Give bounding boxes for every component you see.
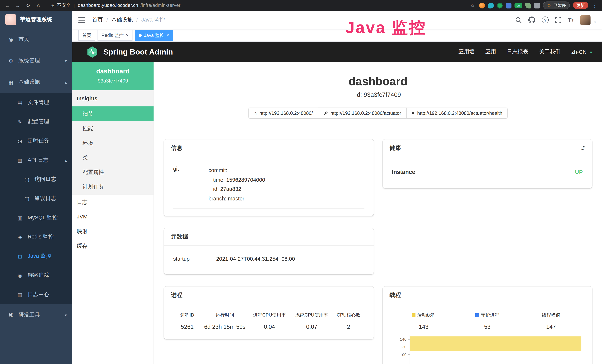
- instance-panel: dashboard Id: 93a3fc7f7409 ⌂ http://192.…: [154, 62, 602, 364]
- sidebar-item-java[interactable]: ◻ Java 监控: [0, 247, 72, 266]
- sba-nav-wallboard[interactable]: 应用墙: [459, 48, 475, 55]
- threads-card-title: 线程: [383, 287, 592, 304]
- github-icon[interactable]: [528, 17, 535, 23]
- insights-section-label: Insights: [72, 90, 153, 107]
- link-label: http://192.168.0.2:48080/: [259, 110, 313, 116]
- health-url-link[interactable]: ♥ http://192.168.0.2:48080/actuator/heal…: [406, 107, 508, 119]
- sidebar-item-mappings[interactable]: 映射: [72, 224, 153, 238]
- sidebar-item-log-center[interactable]: ▨ 日志中心: [0, 285, 72, 304]
- sidebar-item-label: 日志中心: [28, 291, 49, 298]
- extension-icon-orange[interactable]: [479, 2, 485, 8]
- breadcrumb-home[interactable]: 首页: [92, 17, 103, 23]
- sba-nav-about[interactable]: 关于我们: [539, 48, 560, 55]
- sidebar-item-access-log[interactable]: ▢ 访问日志: [0, 170, 72, 189]
- instance-header[interactable]: dashboard 93a3fc7f7409: [72, 62, 153, 90]
- sidebar-item-error-log[interactable]: ▢ 错误日志: [0, 189, 72, 208]
- tag-label: Java 监控: [144, 32, 164, 39]
- sidebar-item-label: 定时任务: [28, 137, 49, 144]
- back-icon[interactable]: ←: [4, 2, 11, 8]
- sidebar-item-devtools[interactable]: ⌘ 研发工具 ▾: [0, 304, 72, 326]
- extension-icon-grid[interactable]: [505, 2, 511, 8]
- redis-icon: ◈: [17, 234, 23, 240]
- startup-key: startup: [173, 256, 216, 262]
- extension-icon-green[interactable]: [497, 2, 502, 8]
- instance-url-link[interactable]: ⌂ http://192.168.0.2:48080/: [248, 107, 318, 119]
- threads-chart-plot: [409, 335, 583, 364]
- font-size-icon[interactable]: TT: [568, 17, 574, 23]
- bookmark-star-icon[interactable]: ☆: [469, 2, 476, 8]
- sidebar-item-label: 首页: [18, 36, 29, 43]
- top-navbar: 首页 / 基础设施 / Java 监控 ?: [72, 11, 602, 29]
- extension-icon-leaf[interactable]: [525, 2, 531, 8]
- fullscreen-icon[interactable]: [555, 17, 561, 23]
- insights-item-classes[interactable]: 类: [72, 150, 153, 165]
- process-card: 进程 进程ID 5261 运行时间 6d 23h 15m 59: [164, 287, 373, 339]
- screen: ← → ↻ ⌂ ⚠ 不安全 | dashboard.yudao.iocoder.…: [0, 0, 602, 364]
- legend-live-threads: 活动线程 143: [392, 312, 455, 330]
- process-col-proc-cpu: 进程CPU使用率 0.04: [248, 312, 290, 330]
- sidebar-item-caches[interactable]: 缓存: [72, 238, 153, 253]
- locale-select[interactable]: zh-CN ▾: [571, 49, 592, 55]
- sidebar-item-label: MySQL 监控: [28, 214, 58, 221]
- home-icon[interactable]: ⌂: [35, 2, 42, 8]
- insights-item-scheduled[interactable]: 计划任务: [72, 179, 153, 194]
- sidebar-item-config[interactable]: ✎ 配置管理: [0, 112, 72, 131]
- avatar[interactable]: [580, 15, 591, 25]
- heart-icon: ♥: [412, 110, 415, 116]
- sidebar-item-label: 配置管理: [28, 118, 49, 125]
- sidebar-item-infra[interactable]: ▦ 基础设施 ▴: [0, 71, 72, 93]
- breadcrumb: 首页 / 基础设施 / Java 监控: [92, 17, 165, 23]
- tag-redis[interactable]: Redis 监控 ×: [97, 30, 133, 41]
- metadata-card: 元数据 startup 2021-04-27T00:44:31.254+08:0…: [164, 228, 373, 274]
- insights-item-env[interactable]: 环境: [72, 136, 153, 150]
- insights-item-details[interactable]: 细节: [72, 107, 153, 121]
- tag-home[interactable]: 首页: [78, 30, 95, 41]
- extensions-puzzle-icon[interactable]: [534, 2, 540, 8]
- avatar-caret-icon: ▾: [594, 20, 596, 25]
- paused-label: 已暂停: [553, 2, 566, 8]
- sidebar-item-job[interactable]: ◷ 定时任务: [0, 131, 72, 150]
- log-center-icon: ▨: [17, 292, 23, 298]
- breadcrumb-infra[interactable]: 基础设施: [111, 17, 133, 23]
- process-col-sys-cpu: 系统CPU使用率 0.07: [290, 312, 333, 330]
- process-table: 进程ID 5261 运行时间 6d 23h 15m 59s 进程CPU使用率: [173, 311, 364, 332]
- actuator-url-link[interactable]: http://192.168.0.2:48080/actuator: [318, 107, 407, 119]
- sidebar-item-jvm[interactable]: JVM: [72, 209, 153, 224]
- history-icon[interactable]: ↺: [580, 144, 585, 152]
- sidebar-item-redis[interactable]: ◈ Redis 监控: [0, 227, 72, 247]
- sidebar-item-label: API 日志: [28, 157, 49, 163]
- paused-badge[interactable]: ☺ 已暂停: [543, 1, 570, 9]
- sidebar-item-home[interactable]: ◉ 首页: [0, 28, 72, 50]
- sidebar-item-mysql[interactable]: ▥ MySQL 监控: [0, 208, 72, 227]
- sidebar-item-system[interactable]: ⚙ 系统管理 ▾: [0, 50, 72, 71]
- hamburger-icon[interactable]: [78, 17, 85, 23]
- sidebar-item-trace[interactable]: ◎ 链路追踪: [0, 266, 72, 285]
- extension-icon-drop[interactable]: [488, 2, 494, 8]
- file-icon: ▤: [17, 100, 23, 105]
- close-icon[interactable]: ×: [126, 33, 129, 38]
- git-value: commit: time: 1596289704000 id: 27aa832 …: [209, 166, 265, 203]
- tag-java[interactable]: Java 监控 ×: [135, 30, 173, 41]
- sba-brand[interactable]: Spring Boot Admin: [86, 45, 173, 58]
- instance-sidebar: dashboard 93a3fc7f7409 Insights 细节 性能 环境…: [72, 62, 154, 364]
- reload-icon[interactable]: ↻: [25, 2, 32, 8]
- insights-item-metrics[interactable]: 性能: [72, 121, 153, 136]
- sidebar-item-file[interactable]: ▤ 文件管理: [0, 93, 72, 112]
- forward-icon[interactable]: →: [14, 2, 21, 8]
- timer-icon: ◷: [17, 138, 23, 144]
- insights-item-configprops[interactable]: 配置属性: [72, 165, 153, 179]
- sba-nav-journal[interactable]: 日志报表: [507, 48, 528, 55]
- address-bar[interactable]: ⚠ 不安全 | dashboard.yudao.iocoder.cn/infra…: [51, 2, 180, 9]
- search-icon[interactable]: [516, 17, 522, 23]
- update-button[interactable]: 更新: [573, 2, 588, 9]
- extension-icon-on-badge[interactable]: on: [515, 3, 522, 8]
- sidebar-item-api-log[interactable]: ▧ API 日志 ▴: [0, 150, 72, 170]
- sba-nav-applications[interactable]: 应用: [485, 48, 496, 55]
- app-logo-row[interactable]: 芋道管理系统: [0, 11, 72, 28]
- menu-dots-icon[interactable]: ⋮: [591, 2, 598, 8]
- startup-value: 2021-04-27T00:44:31.254+08:00: [216, 256, 295, 262]
- health-instance-row[interactable]: Instance UP: [392, 164, 583, 181]
- sidebar-item-logs[interactable]: 日志: [72, 195, 153, 209]
- help-icon[interactable]: ?: [542, 17, 549, 23]
- close-icon[interactable]: ×: [166, 33, 169, 38]
